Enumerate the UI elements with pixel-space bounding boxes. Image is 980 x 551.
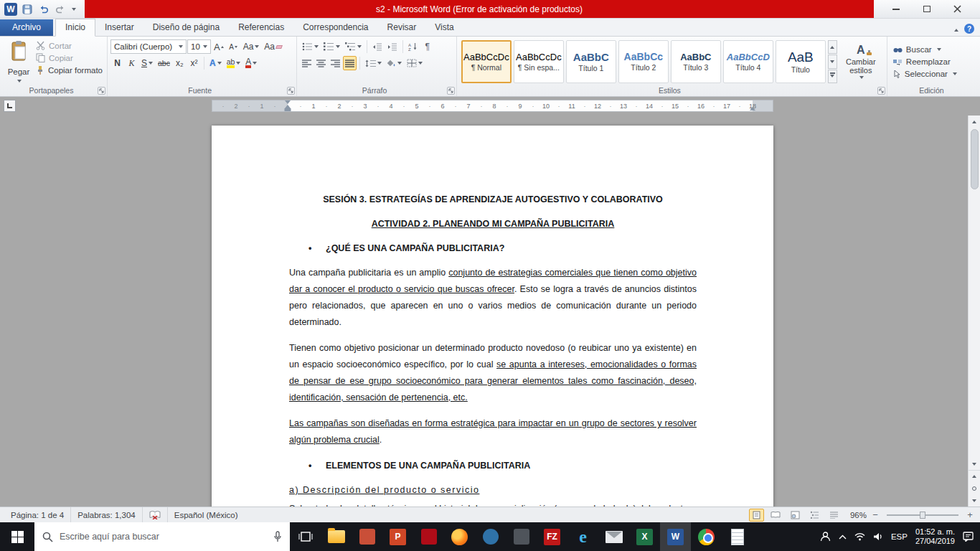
- highlight-color-button[interactable]: ab: [225, 56, 243, 70]
- start-button[interactable]: [0, 522, 34, 551]
- style-titulo[interactable]: AaBTítulo: [776, 40, 826, 83]
- justify-button[interactable]: [343, 56, 357, 70]
- photos-taskbar-icon[interactable]: [352, 522, 382, 551]
- maximize-button[interactable]: [916, 2, 938, 17]
- acrobat-taskbar-icon[interactable]: [413, 522, 444, 551]
- zoom-slider-thumb[interactable]: [920, 512, 925, 519]
- tab-correspondencia[interactable]: Correspondencia: [293, 19, 377, 36]
- numbering-button[interactable]: [321, 39, 342, 54]
- paragraph-dialog-launcher[interactable]: [447, 87, 455, 95]
- microphone-icon[interactable]: [273, 531, 282, 542]
- web-layout-view-button[interactable]: [788, 509, 803, 522]
- word-count[interactable]: Palabras: 1,304: [71, 507, 143, 522]
- thunderbird-taskbar-icon[interactable]: [475, 522, 506, 551]
- redo-button[interactable]: [54, 3, 67, 16]
- search-input[interactable]: [60, 532, 267, 542]
- action-center-icon[interactable]: [963, 532, 974, 542]
- page-indicator[interactable]: Página: 1 de 4: [4, 507, 71, 522]
- tab-archivo[interactable]: Archivo: [0, 19, 53, 36]
- scrollbar-thumb[interactable]: [971, 129, 979, 189]
- excel-taskbar-icon[interactable]: X: [629, 522, 660, 551]
- show-marks-button[interactable]: ¶: [420, 39, 434, 54]
- qat-customize-dropdown[interactable]: [72, 8, 76, 11]
- scroll-down-button[interactable]: [969, 458, 980, 470]
- vertical-scrollbar[interactable]: [968, 116, 980, 507]
- select-browse-object-button[interactable]: [969, 482, 980, 494]
- style-titulo-1[interactable]: AaBbCTítulo 1: [566, 40, 616, 83]
- horizontal-ruler[interactable]: 12345678910111213141516171812···········…: [212, 100, 773, 112]
- style-titulo-4[interactable]: AaBbCcDTítulo 4: [723, 40, 773, 83]
- tab-referencias[interactable]: Referencias: [229, 19, 293, 36]
- style-normal[interactable]: AaBbCcDc¶ Normal: [461, 40, 512, 83]
- tab-stop-selector[interactable]: [4, 100, 16, 112]
- edge-taskbar-icon[interactable]: e: [567, 522, 598, 551]
- line-spacing-button[interactable]: [363, 56, 384, 70]
- underline-button[interactable]: S: [139, 56, 155, 70]
- multilevel-list-button[interactable]: [343, 39, 364, 54]
- next-page-button[interactable]: [969, 494, 980, 507]
- find-button[interactable]: Buscar: [893, 45, 957, 54]
- network-icon[interactable]: [854, 532, 865, 541]
- style-sin-espaciado[interactable]: AaBbCcDc¶ Sin espa...: [514, 40, 564, 83]
- close-button[interactable]: [947, 2, 969, 17]
- text-effects-button[interactable]: A: [207, 56, 224, 70]
- font-name-select[interactable]: Calibri (Cuerpo): [110, 39, 187, 54]
- gimp-taskbar-icon[interactable]: [506, 522, 537, 551]
- paste-button[interactable]: Pegar: [3, 39, 34, 85]
- clipboard-dialog-launcher[interactable]: [98, 87, 105, 95]
- taskbar-search[interactable]: [34, 522, 290, 551]
- cut-button[interactable]: Cortar: [36, 41, 103, 50]
- outline-view-button[interactable]: [807, 509, 822, 522]
- undo-button[interactable]: [37, 3, 50, 16]
- styles-scroll-up-button[interactable]: [828, 40, 837, 54]
- zoom-slider[interactable]: [887, 514, 958, 516]
- copy-button[interactable]: Copiar: [36, 53, 103, 62]
- print-layout-view-button[interactable]: [749, 509, 764, 522]
- language-indicator[interactable]: Español (México): [168, 507, 245, 522]
- zoom-in-button[interactable]: +: [966, 509, 974, 520]
- styles-dialog-launcher[interactable]: [877, 87, 885, 95]
- font-dialog-launcher[interactable]: [287, 87, 295, 95]
- italic-button[interactable]: K: [125, 56, 138, 70]
- zoom-out-button[interactable]: −: [871, 509, 880, 520]
- clear-formatting-button[interactable]: Aa: [262, 39, 284, 54]
- tab-insertar[interactable]: Insertar: [95, 19, 143, 36]
- sort-button[interactable]: AZ: [406, 39, 420, 54]
- bold-button[interactable]: N: [110, 56, 124, 70]
- align-left-button[interactable]: [300, 56, 314, 70]
- chrome-taskbar-icon[interactable]: [691, 522, 722, 551]
- help-icon[interactable]: ?: [964, 24, 974, 34]
- tab-diseno-de-pagina[interactable]: Diseño de página: [143, 19, 229, 36]
- shading-button[interactable]: [385, 56, 404, 70]
- firefox-taskbar-icon[interactable]: [444, 522, 475, 551]
- draft-view-button[interactable]: [826, 509, 842, 522]
- format-painter-button[interactable]: Copiar formato: [36, 65, 103, 75]
- filezilla-taskbar-icon[interactable]: FZ: [537, 522, 567, 551]
- tab-inicio[interactable]: Inicio: [55, 19, 95, 37]
- bullets-button[interactable]: [300, 39, 321, 54]
- change-styles-button[interactable]: A Cambiar estilos: [838, 39, 884, 85]
- align-right-button[interactable]: [329, 56, 342, 70]
- spellcheck-status[interactable]: [143, 507, 168, 522]
- document-page[interactable]: SESIÓN 3. ESTRATEGÍAS DE APRENDIZAJE AUT…: [212, 126, 773, 507]
- font-color-button[interactable]: A: [243, 56, 259, 70]
- people-icon[interactable]: [820, 532, 831, 542]
- powerpoint-taskbar-icon[interactable]: P: [382, 522, 413, 551]
- select-button[interactable]: Seleccionar: [893, 70, 957, 78]
- clock[interactable]: 01:52 a. m. 27/04/2019: [915, 527, 955, 546]
- scroll-up-button[interactable]: [969, 116, 980, 128]
- replace-button[interactable]: Reemplazar: [893, 57, 957, 66]
- borders-button[interactable]: [405, 56, 425, 70]
- left-indent-marker[interactable]: [285, 108, 291, 111]
- strikethrough-button[interactable]: abc: [156, 56, 172, 70]
- notepad-taskbar-icon[interactable]: [722, 522, 753, 551]
- volume-icon[interactable]: [873, 532, 883, 541]
- font-size-select[interactable]: 10: [187, 39, 211, 54]
- file-explorer-taskbar-icon[interactable]: [321, 522, 352, 551]
- style-titulo-3[interactable]: AaBbCTítulo 3: [671, 40, 721, 83]
- style-titulo-2[interactable]: AaBbCcTítulo 2: [618, 40, 669, 83]
- align-center-button[interactable]: [314, 56, 328, 70]
- change-case-button[interactable]: Aa: [241, 39, 262, 54]
- tab-vista[interactable]: Vista: [425, 19, 463, 36]
- first-line-indent-marker[interactable]: [285, 100, 291, 104]
